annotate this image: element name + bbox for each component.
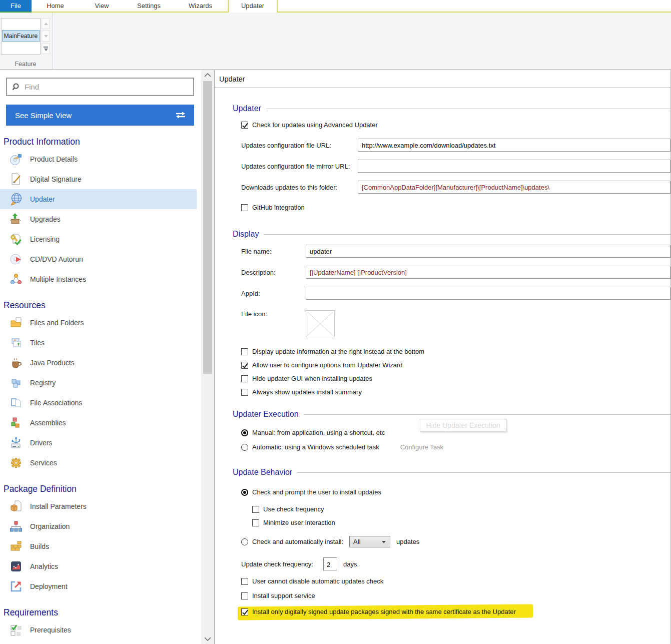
feature-group-label: Feature [0, 61, 51, 68]
main-panel: Updater Updater Check for updates using … [214, 70, 671, 644]
file-icon-picker[interactable] [306, 310, 335, 337]
checkbox-row-cannot-disable: User cannot disable automatic updates ch… [241, 577, 670, 585]
files-and-folders-icon [9, 316, 23, 330]
tab-wizards[interactable]: Wizards [173, 0, 228, 13]
sidebar-item-files-and-folders[interactable]: Files and Folders [0, 313, 201, 333]
feature-listbox[interactable]: MainFeature [1, 18, 41, 55]
sidebar-item-drivers[interactable]: Drivers [0, 433, 201, 453]
sidebar-item-label: Drivers [30, 439, 52, 447]
sidebar-item-digital-signature[interactable]: Digital Signature [0, 169, 201, 189]
tab-updater[interactable]: Updater [228, 0, 278, 13]
feature-expand-button[interactable] [42, 43, 50, 54]
radio-label: Automatic: using a Windows scheduled tas… [252, 443, 379, 451]
updates-type-select[interactable]: All [349, 536, 390, 547]
scrollbar-thumb[interactable] [203, 81, 212, 374]
field-row-description: Description: [241, 266, 670, 279]
organization-icon [9, 519, 23, 533]
radio-label: Check and prompt the user to install upd… [252, 488, 381, 496]
sidebar-item-updater[interactable]: Updater [0, 189, 197, 209]
checkbox-row-advanced-updater: Check for updates using Advanced Updater [241, 121, 670, 129]
services-icon [9, 456, 23, 470]
tab-home[interactable]: Home [32, 0, 79, 13]
description-input[interactable] [306, 266, 670, 279]
check-and-prompt-radio[interactable] [241, 489, 248, 496]
file-name-input[interactable] [306, 245, 670, 258]
minimize-interaction-checkbox[interactable] [252, 519, 259, 526]
group-title: Update Behavior [233, 468, 292, 477]
configure-task-link[interactable]: Configure Task [400, 443, 443, 451]
sidebar-item-assemblies[interactable]: Assemblies [0, 413, 201, 433]
group-header-update-behavior: Update Behavior [233, 467, 670, 477]
check-auto-install-radio[interactable] [241, 538, 248, 545]
sidebar-item-product-details[interactable]: Product Details [0, 149, 201, 169]
install-parameters-icon [9, 499, 23, 513]
github-integration-checkbox[interactable] [241, 204, 248, 211]
java-products-icon [9, 356, 23, 370]
feature-scroll-up-button[interactable] [42, 18, 50, 29]
tab-view[interactable]: View [79, 0, 125, 13]
field-row-url: Updates configuration file URL: [241, 139, 670, 152]
sidebar-item-label: Deployment [30, 582, 68, 590]
feature-scroll-down-button[interactable] [42, 31, 50, 42]
field-row-file-icon: File icon: [241, 310, 670, 337]
sidebar-item-java-products[interactable]: Java Products [0, 353, 201, 373]
tab-file[interactable]: File [0, 0, 32, 13]
tab-settings[interactable]: Settings [125, 0, 173, 13]
feature-spinners [42, 18, 50, 56]
sidebar-item-deployment[interactable]: Deployment [0, 576, 201, 596]
hide-updater-execution-button[interactable]: Hide Updater Execution [420, 419, 506, 432]
group-header-updater: Updater [233, 104, 670, 114]
sidebar-item-label: Organization [30, 522, 70, 530]
cannot-disable-checkbox[interactable] [241, 578, 248, 585]
url-input[interactable] [358, 139, 670, 152]
scrollbar-up-arrow[interactable] [201, 73, 214, 77]
sidebar-item-organization[interactable]: Organization [0, 516, 201, 536]
sidebar-item-analytics[interactable]: Analytics [0, 556, 201, 576]
appid-label: AppId: [241, 290, 306, 297]
sidebar-item-tiles[interactable]: Tiles [0, 333, 201, 353]
scrollbar-down-arrow[interactable] [201, 637, 214, 641]
hide-gui-checkbox[interactable] [241, 375, 248, 382]
product-details-icon [9, 152, 23, 166]
install-summary-checkbox[interactable] [241, 389, 248, 396]
sidebar-item-services[interactable]: Services [0, 453, 201, 473]
deployment-icon [9, 579, 23, 593]
group-rule [297, 472, 670, 473]
checkbox-label: Hide updater GUI when installing updates [252, 375, 372, 382]
frequency-input[interactable] [323, 557, 337, 570]
manual-execution-radio[interactable] [241, 429, 248, 436]
find-input[interactable] [25, 83, 193, 91]
sidebar-item-multiple-instances[interactable]: Multiple Instances [0, 269, 201, 289]
sidebar-item-builds[interactable]: Builds [0, 536, 201, 556]
sidebar-item-file-associations[interactable]: File Associations [0, 393, 201, 413]
advanced-updater-checkbox[interactable] [241, 122, 248, 129]
mirror-url-input[interactable] [358, 160, 670, 173]
checkbox-row-github: GitHub integration [241, 204, 670, 211]
appid-input[interactable] [306, 287, 670, 300]
allow-configure-checkbox[interactable] [241, 362, 248, 369]
sidebar-item-install-parameters[interactable]: Install Parameters [0, 496, 201, 516]
use-check-frequency-checkbox[interactable] [252, 506, 259, 513]
sidebar-item-upgrades[interactable]: Upgrades [0, 209, 201, 229]
sidebar-item-label: File Associations [30, 399, 82, 407]
display-info-right-checkbox[interactable] [241, 348, 248, 355]
download-folder-input[interactable] [358, 181, 670, 194]
sidebar-item-launch-conditions[interactable]: ? Launch Conditions [0, 640, 201, 644]
signed-packages-checkbox[interactable] [241, 608, 248, 615]
tiles-icon [9, 336, 23, 350]
automatic-execution-radio[interactable] [241, 444, 248, 451]
ribbon: MainFeature Feature [0, 13, 671, 70]
sidebar-item-cd-dvd-autorun[interactable]: CD/DVD Autorun [0, 249, 201, 269]
install-support-service-checkbox[interactable] [241, 592, 248, 599]
feature-listbox-item[interactable]: MainFeature [2, 30, 40, 42]
registry-icon [9, 376, 23, 390]
sidebar-scrollbar[interactable] [201, 70, 214, 644]
section-header-resources: Resources [4, 300, 201, 311]
sidebar-item-licensing[interactable]: Licensing [0, 229, 201, 249]
sidebar-item-registry[interactable]: Registry [0, 373, 201, 393]
see-simple-view-button[interactable]: See Simple View [6, 105, 194, 126]
sidebar-item-label: Multiple Instances [30, 275, 86, 283]
sidebar-item-prerequisites[interactable]: Prerequisites [0, 620, 201, 640]
days-suffix-label: days. [343, 560, 359, 568]
multiple-instances-icon [9, 272, 23, 286]
